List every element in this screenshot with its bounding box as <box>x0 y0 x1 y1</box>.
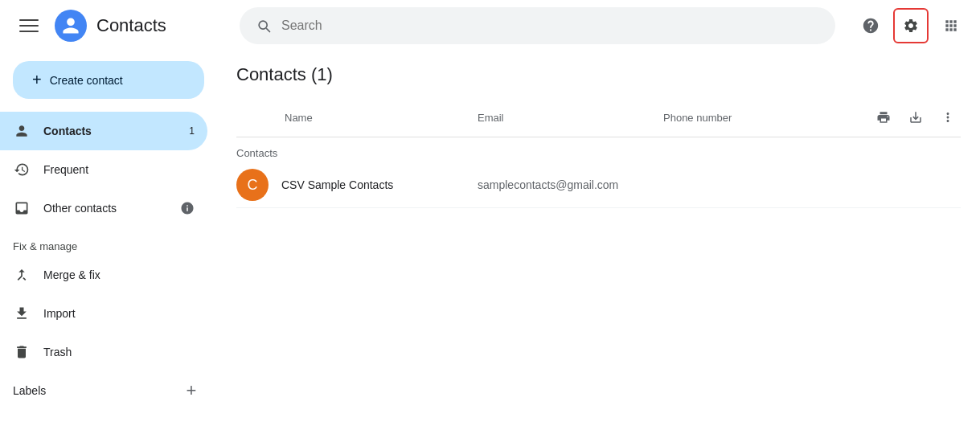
col-actions-header <box>864 104 961 130</box>
hamburger-button[interactable] <box>13 10 45 42</box>
col-name-header: Name <box>236 112 478 124</box>
gear-icon <box>903 18 919 34</box>
sidebar-other-contacts-label: Other contacts <box>43 202 167 215</box>
labels-title: Labels <box>13 384 46 397</box>
sidebar-contacts-label: Contacts <box>43 125 176 137</box>
avatar-letter: C <box>248 177 258 194</box>
main-layout: + Create contact Contacts 1 Frequent <box>0 51 980 434</box>
search-bar[interactable] <box>240 7 835 44</box>
print-icon <box>876 110 891 125</box>
print-button[interactable] <box>871 104 896 130</box>
grid-icon <box>943 18 959 34</box>
sidebar-frequent-label: Frequent <box>43 163 195 176</box>
import-icon <box>13 305 31 322</box>
table-header: Name Email Phone number <box>236 98 961 137</box>
topbar: Contacts <box>0 0 980 51</box>
trash-icon <box>13 343 31 361</box>
sidebar-item-import[interactable]: Import <box>0 294 207 333</box>
contact-email: samplecontacts@gmail.com <box>478 178 663 191</box>
sidebar-import-label: Import <box>43 307 195 320</box>
sidebar-merge-fix-label: Merge & fix <box>43 268 195 281</box>
contacts-logo-icon <box>61 16 80 35</box>
sidebar: + Create contact Contacts 1 Frequent <box>0 51 217 434</box>
export-button[interactable] <box>903 104 929 130</box>
sidebar-item-frequent[interactable]: Frequent <box>0 150 207 189</box>
more-options-button[interactable] <box>935 104 961 130</box>
add-label-button[interactable]: + <box>178 378 204 403</box>
sidebar-trash-label: Trash <box>43 346 195 358</box>
app-logo <box>55 10 87 42</box>
apps-button[interactable] <box>935 10 967 42</box>
hamburger-icon <box>19 16 39 35</box>
help-button[interactable] <box>855 10 887 42</box>
labels-section: Labels + <box>0 371 217 410</box>
page-title-count: (1) <box>311 64 333 84</box>
sidebar-item-other-contacts[interactable]: Other contacts <box>0 189 207 227</box>
topbar-right <box>855 8 967 43</box>
create-contact-button[interactable]: + Create contact <box>13 61 204 99</box>
person-icon <box>13 122 31 140</box>
info-icon <box>180 201 195 215</box>
settings-button[interactable] <box>893 8 929 43</box>
col-email-header: Email <box>478 112 663 124</box>
group-label: Contacts <box>236 137 961 162</box>
history-icon <box>13 161 31 178</box>
avatar: C <box>236 169 269 201</box>
sidebar-contacts-badge: 1 <box>189 125 195 137</box>
table-row[interactable]: C CSV Sample Contacts samplecontacts@gma… <box>236 162 961 208</box>
fix-manage-header: Fix & manage <box>0 231 217 256</box>
more-vert-icon <box>941 110 955 125</box>
inbox-icon <box>13 199 31 217</box>
contact-name: CSV Sample Contacts <box>281 178 478 191</box>
col-phone-header: Phone number <box>663 112 864 124</box>
app-title: Contacts <box>96 15 166 36</box>
export-icon <box>908 110 923 125</box>
sidebar-item-merge-fix[interactable]: Merge & fix <box>0 256 207 294</box>
page-title-text: Contacts <box>236 64 306 84</box>
page-title: Contacts (1) <box>236 64 961 85</box>
search-icon <box>256 18 272 34</box>
create-contact-label: Create contact <box>50 74 123 87</box>
sidebar-item-trash[interactable]: Trash <box>0 333 207 371</box>
content-inner: Contacts (1) Name Email Phone number <box>217 51 980 221</box>
merge-icon <box>13 266 31 284</box>
help-icon <box>862 17 880 35</box>
content-area: Contacts (1) Name Email Phone number <box>217 51 980 434</box>
plus-icon: + <box>32 71 42 89</box>
sidebar-item-contacts[interactable]: Contacts 1 <box>0 112 207 150</box>
search-input[interactable] <box>281 18 819 33</box>
topbar-left: Contacts <box>13 10 230 42</box>
